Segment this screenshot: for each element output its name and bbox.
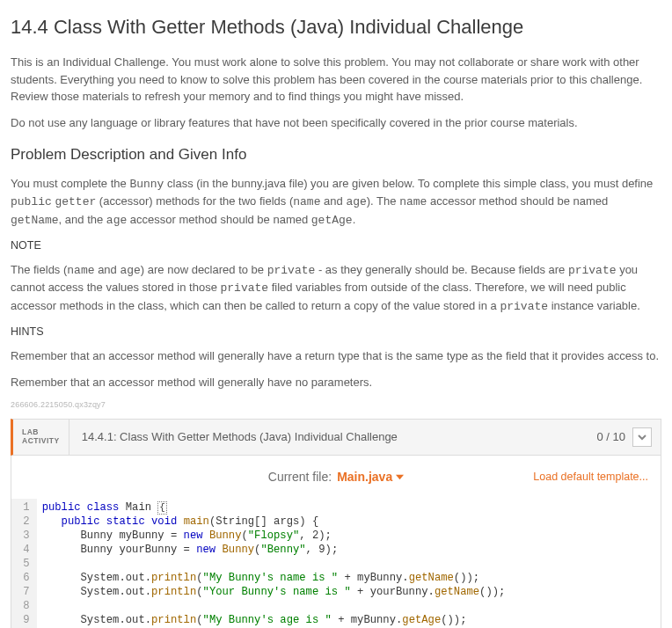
lab-score: 0 / 10: [596, 420, 661, 455]
lab-activity-badge: LAB ACTIVITY: [13, 420, 69, 455]
lab-title: 14.4.1: Class With Getter Methods (Java)…: [69, 420, 597, 455]
problem-description: You must complete the Bunny class (in th…: [11, 175, 661, 230]
svg-marker-0: [396, 474, 404, 478]
hints-label: HINTS: [11, 324, 661, 340]
hint-1: Remember that an accessor method will ge…: [11, 347, 661, 365]
code-editor[interactable]: 1 2 3 4 5 6 7 8 9 10 11 12 public class …: [11, 499, 661, 629]
lab-header: LAB ACTIVITY 14.4.1: Class With Getter M…: [11, 419, 661, 456]
code-content[interactable]: public class Main { public static void m…: [37, 499, 506, 629]
content-id: 266606.2215050.qx3zqy7: [11, 399, 661, 412]
page-title: 14.4 Class With Getter Methods (Java) In…: [11, 12, 661, 41]
chevron-down-icon: [638, 433, 646, 442]
intro-paragraph-2: Do not use any language or library featu…: [11, 114, 661, 132]
filename-dropdown[interactable]: Main.java: [337, 468, 404, 486]
section-heading: Problem Description and Given Info: [11, 143, 661, 166]
caret-down-icon: [396, 473, 404, 481]
expand-button[interactable]: [632, 427, 652, 447]
lab-body: Current file: Main.java Load default tem…: [11, 456, 661, 629]
note-label: NOTE: [11, 237, 661, 254]
load-default-template-link[interactable]: Load default template...: [533, 469, 648, 486]
file-bar: Current file: Main.java Load default tem…: [11, 456, 661, 499]
current-file-label: Current file:: [268, 468, 332, 486]
hint-2: Remember that an accessor method will ge…: [11, 374, 661, 391]
intro-paragraph-1: This is an Individual Challenge. You mus…: [11, 54, 661, 106]
note-text: The fields (name and age) are now declar…: [11, 261, 661, 316]
line-number-gutter: 1 2 3 4 5 6 7 8 9 10 11 12: [11, 499, 37, 629]
